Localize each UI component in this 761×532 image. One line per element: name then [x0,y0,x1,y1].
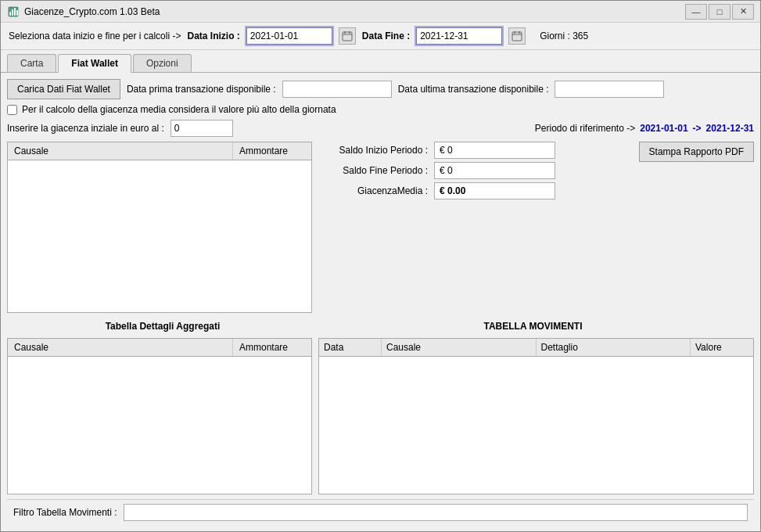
content-area: Carica Dati Fiat Wallet Data prima trans… [1,73,760,531]
svg-rect-5 [343,32,352,41]
mov-col3: Dettaglio [537,339,691,356]
mov-col4: Valore [691,339,753,356]
section-label-bar: Tabella Dettagli Aggregati TABELLA MOVIM… [7,318,754,333]
tab-fiat-wallet[interactable]: Fiat Wallet [58,54,131,73]
movimenti-table-body [319,357,753,494]
main-window: Giacenze_Crypto.com 1.03 Beta — □ ✕ Sele… [0,0,761,532]
saldo-inizio-row: Saldo Inizio Periodo : [318,142,555,159]
top-bar: Seleziona data inizio e fine per i calco… [1,23,760,50]
small-table-body [8,160,311,312]
mov-col1: Data [319,339,382,356]
minimize-button[interactable]: — [685,4,707,20]
giacenza-media-row: GiacenzaMedia : [318,182,555,200]
main-area: Causale Ammontare Saldo Inizio Periodo : [7,142,754,313]
periodo-end-date: 2021-12-31 [706,123,754,134]
data-prima-label: Data prima transazione disponibile : [127,84,276,95]
bottom-area: Causale Ammontare Data Causale Dettaglio… [7,338,754,494]
checkbox-label: Per il calcolo della giacenza media cons… [22,104,336,115]
saldo-fine-label: Saldo Fine Periodo : [318,165,428,176]
data-fine-label: Data Fine : [362,31,410,41]
top-bar-label: Seleziona data inizio e fine per i calco… [9,31,181,41]
right-panel: Saldo Inizio Periodo : Saldo Fine Period… [318,142,754,313]
saldo-inizio-input[interactable] [434,142,555,159]
aggregati-table-header: Causale Ammontare [8,339,311,357]
tabs-bar: Carta Fiat Wallet Opzioni [1,50,760,73]
giacenza-media-label: GiacenzaMedia : [318,185,428,196]
agg-col2: Ammontare [233,339,311,356]
data-fine-input[interactable] [416,27,502,45]
tabella-dettagli-title: Tabella Dettagli Aggregati [10,318,315,333]
section-label-right: TABELLA MOVIMENTI [315,318,751,333]
title-bar: Giacenze_Crypto.com 1.03 Beta — □ ✕ [1,1,760,23]
svg-rect-9 [512,32,522,41]
title-bar-text: Giacenze_Crypto.com 1.03 Beta [24,6,160,17]
close-button[interactable]: ✕ [732,4,754,20]
data-inizio-label: Data Inizio : [187,31,239,41]
left-panel: Causale Ammontare [7,142,312,313]
tab-carta[interactable]: Carta [7,54,56,72]
data-fine-calendar-button[interactable] [508,27,526,45]
tabella-movimenti-title: TABELLA MOVIMENTI [315,318,751,333]
section-label-left: Tabella Dettagli Aggregati [10,318,315,333]
row-load: Carica Dati Fiat Wallet Data prima trans… [7,79,754,99]
maximize-button[interactable]: □ [709,4,730,20]
data-ultima-label: Data ultima transazione disponibile : [398,84,549,95]
giacenza-max-checkbox[interactable] [7,105,17,115]
saldo-inizio-label: Saldo Inizio Periodo : [318,145,428,156]
saldo-block: Saldo Inizio Periodo : Saldo Fine Period… [318,142,555,200]
carica-dati-button[interactable]: Carica Dati Fiat Wallet [7,79,120,99]
svg-rect-1 [9,12,11,16]
filtro-label: Filtro Tabella Movimenti : [13,507,117,518]
aggregati-table-body [8,357,311,494]
small-table-header: Causale Ammontare [8,142,311,160]
app-icon [7,5,20,18]
data-inizio-input[interactable] [246,27,332,45]
right-top: Saldo Inizio Periodo : Saldo Fine Period… [318,142,754,200]
data-inizio-calendar-button[interactable] [339,27,356,45]
periodo-label: Periodo di riferimento -> [535,123,635,134]
giacenza-label: Inserire la giacenza inziale in euro al … [7,123,164,134]
mov-col2: Causale [382,339,537,356]
periodo-start-date: 2021-01-01 [640,123,687,134]
agg-col1: Causale [8,339,233,356]
giorni-label: Giorni : 365 [540,31,588,41]
saldo-fine-input[interactable] [434,162,555,179]
svg-rect-2 [12,9,13,16]
filtro-input[interactable] [124,504,748,521]
saldo-fine-row: Saldo Fine Periodo : [318,162,555,179]
title-bar-left: Giacenze_Crypto.com 1.03 Beta [7,5,160,18]
movimenti-table: Data Causale Dettaglio Valore [318,338,754,494]
title-bar-controls: — □ ✕ [685,4,754,20]
data-ultima-input[interactable] [555,81,664,98]
periodo-right: Periodo di riferimento -> 2021-01-01 -> … [535,123,754,134]
giacenza-left: Inserire la giacenza inziale in euro al … [7,120,233,137]
stampa-rapporto-button[interactable]: Stampa Rapporto PDF [639,142,754,162]
periodo-arrow: -> [693,123,702,134]
filtro-bar: Filtro Tabella Movimenti : [7,499,754,525]
small-table: Causale Ammontare [7,142,312,313]
small-table-col1: Causale [8,142,233,160]
checkbox-row: Per il calcolo della giacenza media cons… [7,104,754,115]
giacenza-media-input[interactable] [434,182,555,200]
small-table-col2: Ammontare [233,142,311,160]
tab-opzioni[interactable]: Opzioni [133,54,192,72]
data-prima-input[interactable] [282,81,392,98]
movimenti-table-header: Data Causale Dettaglio Valore [319,339,753,357]
giacenza-input[interactable] [171,120,233,137]
svg-rect-3 [14,8,16,16]
svg-rect-4 [16,10,18,16]
giacenza-row: Inserire la giacenza inziale in euro al … [7,120,754,137]
aggregati-table: Causale Ammontare [7,338,312,494]
